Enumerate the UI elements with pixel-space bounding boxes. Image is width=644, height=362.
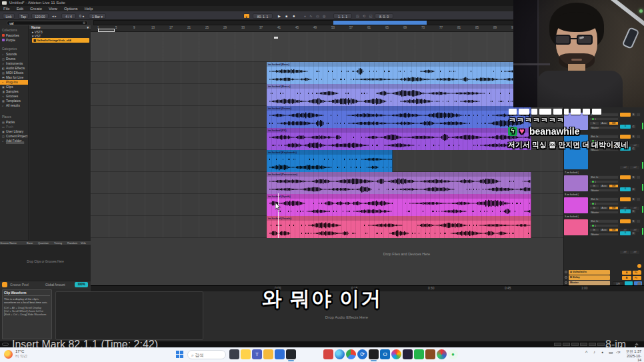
place-item[interactable]: ▭Push bbox=[0, 125, 28, 129]
search-clear-icon[interactable]: ⊗ bbox=[83, 21, 85, 25]
taskbar-app-icon[interactable] bbox=[323, 349, 333, 359]
category-item[interactable]: ◨Samples bbox=[0, 89, 28, 94]
place-item[interactable]: ▤Packs bbox=[0, 120, 28, 125]
input-type-chooser[interactable]: Ext. In bbox=[589, 219, 619, 223]
track-activator[interactable] bbox=[636, 175, 641, 179]
volume-slider[interactable] bbox=[620, 175, 631, 179]
return-track-row[interactable]: A ValhallaVin A Post bbox=[563, 270, 644, 275]
crossfade-range[interactable]: 1/9 bbox=[613, 281, 623, 285]
punch-loop-buttons[interactable]: ◳ ⟲ ◱ bbox=[356, 13, 373, 19]
pan-knob[interactable]: 0 bbox=[620, 231, 631, 235]
input-channel-chooser[interactable]: 1 bbox=[589, 202, 619, 206]
menu-item[interactable]: Help bbox=[85, 7, 93, 11]
automation-buttons[interactable]: + ∿ ▭ ◎ bbox=[304, 13, 327, 19]
return-activator-icon[interactable] bbox=[565, 276, 567, 279]
tray-mic-icon[interactable]: ♪ bbox=[593, 350, 595, 354]
taskbar-app-icon[interactable] bbox=[241, 349, 251, 359]
output-chooser[interactable]: Master bbox=[589, 189, 619, 193]
category-item[interactable]: ♬Instruments bbox=[0, 61, 28, 66]
solo-button[interactable]: S bbox=[631, 113, 636, 117]
track-activator[interactable] bbox=[636, 219, 641, 223]
mixer-section-toggle-1[interactable] bbox=[637, 264, 641, 268]
mixer-track-name[interactable]: 8-im fucked ( bbox=[565, 193, 591, 197]
input-channel-chooser[interactable]: 1 bbox=[589, 117, 619, 121]
master-track-row[interactable]: Master 1/9 bbox=[563, 281, 644, 285]
pan-center[interactable]: C bbox=[631, 147, 636, 151]
volume-slider[interactable] bbox=[620, 135, 631, 139]
groove-amount[interactable]: 0 ● bbox=[79, 13, 84, 19]
category-item[interactable]: ▣Clips bbox=[0, 85, 28, 89]
monitor-switch[interactable]: InAutoOff bbox=[589, 206, 619, 210]
category-item[interactable]: ♪Sounds bbox=[0, 52, 28, 57]
track-color-tab[interactable] bbox=[564, 197, 588, 213]
category-item[interactable]: ⬒Max for Live bbox=[0, 75, 28, 80]
master-track-name[interactable]: Master bbox=[569, 281, 610, 285]
audio-clip[interactable]: im fucked (Synth) bbox=[267, 194, 531, 216]
pan-knob[interactable]: 0 bbox=[620, 209, 631, 213]
taskbar-app-icon[interactable] bbox=[346, 349, 356, 359]
tray-chevron-icon[interactable]: ^ bbox=[585, 350, 587, 355]
tray-clock-time[interactable]: 오전 1:37 bbox=[623, 349, 641, 354]
track-color-tab[interactable] bbox=[564, 219, 588, 235]
monitor-switch[interactable]: InAutoOff bbox=[589, 228, 619, 232]
menu-item[interactable]: View bbox=[49, 7, 57, 11]
track-lane[interactable]: im fucked (Drums) bbox=[91, 106, 563, 128]
solo-button[interactable]: S bbox=[631, 219, 636, 223]
audio-clip[interactable]: im fucked (Bass) bbox=[267, 62, 514, 84]
arrangement-position[interactable]: 80. 1. 1 bbox=[253, 13, 273, 19]
input-channel-chooser[interactable]: 1 bbox=[589, 224, 619, 228]
track-activator[interactable] bbox=[636, 135, 641, 139]
input-type-chooser[interactable]: Ext. In bbox=[589, 135, 619, 139]
category-item[interactable]: ◧Audio Effects bbox=[0, 66, 28, 71]
pan-center[interactable]: C bbox=[631, 209, 636, 213]
overview-selection[interactable] bbox=[333, 21, 427, 25]
track-activator[interactable] bbox=[636, 197, 641, 201]
track-activator[interactable] bbox=[636, 113, 641, 117]
tap-button[interactable]: Tap bbox=[18, 13, 29, 19]
pan-center[interactable]: C bbox=[631, 125, 636, 129]
menu-item[interactable]: Create bbox=[30, 7, 42, 11]
track-lane[interactable]: im fucked (Vocals) bbox=[91, 216, 563, 238]
taskbar-app-icon[interactable] bbox=[391, 349, 401, 359]
audio-clip[interactable]: im fucked (FX) bbox=[267, 128, 531, 150]
audio-clip[interactable]: im fucked (Drums) bbox=[267, 106, 531, 128]
tray-dot-icon[interactable]: ● bbox=[601, 350, 603, 354]
category-item[interactable]: ▦Templates bbox=[0, 99, 28, 103]
taskbar-app-icon[interactable]: ⟳ bbox=[357, 349, 367, 359]
volume-slider[interactable] bbox=[620, 113, 631, 117]
audio-clip[interactable]: im fucked (Vocals) bbox=[267, 216, 531, 238]
link-button[interactable]: Link bbox=[3, 13, 15, 19]
weather-icon[interactable] bbox=[4, 350, 13, 359]
tray-monitor-icon[interactable]: ▭ bbox=[609, 350, 613, 355]
send-button[interactable]: B bbox=[622, 276, 631, 280]
loop-start-field[interactable]: 1. 1. 1 bbox=[333, 13, 352, 19]
taskbar-app-icon[interactable]: T bbox=[252, 349, 262, 359]
record-button[interactable]: ● bbox=[293, 13, 295, 19]
taskbar-app-icon[interactable]: ● bbox=[448, 349, 458, 359]
tray-clock-date[interactable]: 2025-10-14 bbox=[623, 354, 641, 362]
category-item[interactable]: ⌕All results bbox=[0, 103, 28, 108]
menu-item[interactable]: Options bbox=[64, 7, 78, 11]
tray-speaker-mute-icon[interactable]: ◁× bbox=[616, 350, 621, 354]
volume-slider[interactable] bbox=[620, 219, 631, 223]
output-chooser[interactable]: Master bbox=[589, 126, 619, 130]
taskbar-app-icon[interactable] bbox=[286, 349, 296, 359]
taskbar-app-icon[interactable] bbox=[229, 349, 239, 359]
audio-clip[interactable]: im fucked (Percussion) bbox=[267, 172, 531, 194]
return-track-name[interactable]: A ValhallaVin bbox=[569, 270, 610, 275]
name-column-header[interactable]: Name ▾ bbox=[29, 25, 91, 30]
output-chooser[interactable]: Master bbox=[589, 233, 619, 237]
pan-center[interactable]: C bbox=[631, 187, 636, 191]
loop-length-field[interactable]: 8. 0. 0 bbox=[375, 13, 393, 19]
tempo-field[interactable]: 120.00 bbox=[31, 13, 49, 19]
solo-button[interactable]: S bbox=[631, 135, 636, 139]
search-input[interactable]: val bbox=[7, 21, 88, 25]
master-pan[interactable] bbox=[625, 281, 633, 285]
taskbar-app-icon[interactable] bbox=[335, 349, 345, 359]
solo-button[interactable]: S bbox=[631, 175, 636, 179]
taskbar-app-icon[interactable] bbox=[403, 349, 413, 359]
place-item[interactable]: +Add Folder... bbox=[0, 139, 28, 143]
follow-button[interactable]: ▸ bbox=[243, 13, 250, 19]
taskbar-app-icon[interactable] bbox=[437, 349, 447, 359]
time-signature-field[interactable]: 4 / 4 bbox=[61, 13, 76, 19]
